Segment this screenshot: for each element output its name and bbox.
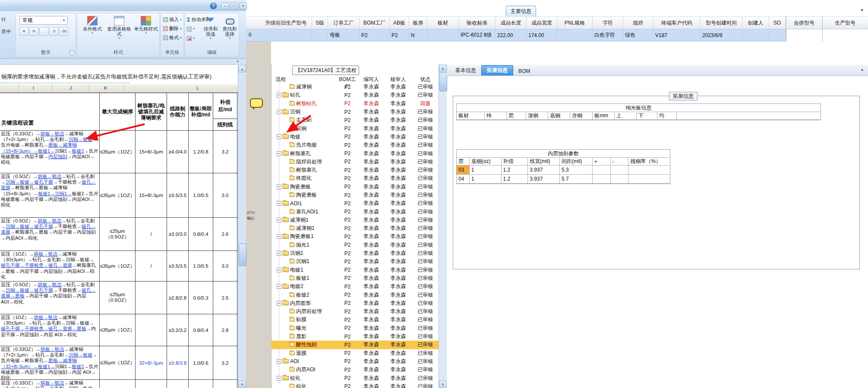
flow-cell[interactable]: 层压（0.5OZ）→烘板→铣边→钻孔→去毛刺→沉铜→板镀→镀孔干膜→干膜检查→镀… <box>0 173 100 217</box>
number-format-button[interactable]: .0 <box>49 27 58 36</box>
process-table-row[interactable]: 层压（0.5OZ）→烘板→铣边→钻孔→去毛刺→沉铜→板镀→镀孔干膜→干膜检查→镀… <box>0 173 238 218</box>
cells-button[interactable]: 格式▾ <box>162 33 182 42</box>
compensation-cell[interactable]: 0.8/0.4 <box>189 218 213 250</box>
process-table-row[interactable]: 层压（0.33OZ）→烘板→铣边→减薄铜（7+2/-1μm）→钻孔→去毛刺→沉铜… <box>0 131 238 173</box>
max-copper-cell[interactable]: ≤35μm（1OZ） <box>100 314 136 346</box>
flow-cell[interactable]: 层压（0.33OZ）→烘板→铣边→减薄铜（7+2/-1μm）→钻孔→去毛刺→沉铜… <box>0 131 100 173</box>
capability-cell[interactable]: ≥3.5/3.5 <box>167 251 189 281</box>
tree-row[interactable]: 终固化P2李永森李永森已审核 <box>271 174 439 182</box>
etch-cell[interactable] <box>628 166 670 175</box>
number-format-button[interactable]: % <box>29 27 38 36</box>
tree-row[interactable]: 钻孔P2李永森李永森已审核 <box>271 91 439 99</box>
tree-row[interactable]: 内层图形P2李永森李永森已审核 <box>271 299 439 307</box>
cells-button[interactable]: 删除▾ <box>162 24 182 33</box>
capability-cell[interactable]: ≥3.8/3.8 <box>167 346 189 379</box>
tree-row[interactable]: 沉铜P2李永森李永森已审核 <box>271 108 439 116</box>
tree-row[interactable]: 电镀2P2李永森李永森已审核 <box>271 282 439 291</box>
grid-cell[interactable] <box>742 29 769 41</box>
after-compensation-cell[interactable]: 3.2 <box>213 346 237 379</box>
collapse-box-icon[interactable] <box>277 376 281 381</box>
grid-cell[interactable]: 174.00 <box>527 29 557 41</box>
compensation-cell[interactable]: 1.0/0.6 <box>189 346 213 379</box>
compensation-cell[interactable]: 0.6/0.3 <box>189 282 213 314</box>
etch-cell[interactable]: 03 <box>457 166 470 175</box>
after-compensation-cell[interactable]: 2.8 <box>213 314 237 346</box>
flow-cell[interactable]: 层压（1OZ）→烘板→铣边→减薄铜（30±3μm）→钻孔→去毛刺→沉铜→板镀→镀… <box>0 314 100 346</box>
number-format-button[interactable]: ¥ <box>19 27 28 36</box>
tree-row[interactable]: 陶瓷磨板P2李永森李永森已审核 <box>271 191 439 199</box>
grid-column-header[interactable]: 板材 <box>427 17 459 29</box>
grid-column-header[interactable]: BOM工厂 <box>360 17 390 29</box>
etch-row[interactable]: 0411.23.9375.7 <box>457 175 670 184</box>
resin-req-cell[interactable]: 32+8/-3μm <box>136 346 167 379</box>
flow-cell[interactable]: 层压（0.5OZ）→烘板→铣边→钻孔→去毛刺→沉铜→板镀→镀孔干膜→干膜检查→镀… <box>0 282 100 314</box>
capability-cell[interactable]: ≥4.0/4.0 <box>167 131 189 173</box>
tree-row[interactable]: 退膜P2李永森李永森已审核 <box>271 349 439 357</box>
grid-column-header[interactable]: 字符 <box>593 17 623 29</box>
tree-row[interactable]: 陶瓷磨板1P2李永森李永森已审核 <box>271 232 439 241</box>
restore-icon[interactable]: □ <box>230 3 238 9</box>
process-table-row[interactable]: 层压（1OZ）→烘板→铣边→减薄铜（30±3μm）→钻孔→去毛刺→沉铜→板镀→镀… <box>0 314 238 346</box>
collapse-box-icon[interactable] <box>277 301 281 306</box>
process-table-row[interactable]: 层压（0.33OZ）→烘板→铣边→减薄铜（7+2/-1μm）→钻孔→去毛刺→沉铜… <box>0 346 238 380</box>
tree-row[interactable]: 负片电镀P2李永森李永森已审核 <box>271 141 439 149</box>
scroll-up-icon[interactable]: ▲ <box>238 66 246 72</box>
collapse-box-icon[interactable] <box>277 185 281 189</box>
tree-row[interactable]: 树脂塞孔P2李永森李永森已审核 <box>271 149 439 157</box>
resin-req-cell[interactable]: / <box>136 251 167 281</box>
max-copper-cell[interactable]: ≤35μm（1OZ） <box>100 131 136 173</box>
scroll-down-icon[interactable]: ▼ <box>238 381 246 388</box>
resin-req-cell[interactable] <box>136 282 167 314</box>
tree-row[interactable]: 棕化P2李永森李永森已审核 <box>271 382 439 388</box>
capability-cell[interactable] <box>167 380 189 388</box>
tree-row[interactable]: 酸性蚀刻P2李永森李永森已审核 <box>271 341 439 349</box>
max-copper-cell[interactable]: ≤35μm（1OZ） <box>100 346 136 379</box>
etch-cell[interactable] <box>611 166 629 175</box>
grid-column-header[interactable]: 成品宽度 <box>527 17 557 29</box>
collapse-box-icon[interactable] <box>277 201 281 206</box>
tree-row[interactable]: 减薄铜1P2李永森李永森已审核 <box>271 224 439 232</box>
process-table-row[interactable]: 层压（0.5OZ）→烘板→铣边→钻孔→去毛刺→沉铜→板镀→镀孔干膜→干膜检查→镀… <box>0 282 238 314</box>
collapse-box-icon[interactable] <box>277 268 281 272</box>
grid-column-header[interactable]: 升级前旧生产型号 <box>260 17 312 29</box>
tree-row[interactable]: 树脂钻孔P2李永森李永森回退 <box>271 100 439 108</box>
sort-filter-button[interactable]: 排序和筛选▾ <box>202 14 220 50</box>
etch-cell[interactable] <box>593 175 611 184</box>
excel-scrollbar[interactable]: ▲ ▼ <box>238 66 246 388</box>
after-compensation-cell[interactable]: 3.0 <box>213 173 237 217</box>
tree-row[interactable]: 内层前处理P2李永森李永森已审核 <box>271 307 439 316</box>
after-compensation-cell[interactable]: 3.0 <box>213 251 237 281</box>
column-letter[interactable]: J <box>69 85 72 91</box>
collapse-box-icon[interactable] <box>277 151 281 156</box>
collapse-box-icon[interactable] <box>277 359 281 364</box>
capability-cell[interactable]: ≥3.5/3.5 <box>167 173 189 217</box>
collapse-box-icon[interactable] <box>277 218 281 222</box>
cells-button[interactable]: 插入▾ <box>162 15 182 24</box>
tree-row[interactable]: 陶瓷磨板P2李永森李永森已审核 <box>271 183 439 191</box>
process-table-row[interactable]: 层压（1OZ）→烘板→铣边→减薄铜（30±3μm）→钻孔→去毛刺→沉铜→板镀→镀… <box>0 251 238 282</box>
chevron-down-icon[interactable]: ▼ <box>860 8 864 13</box>
help-icon[interactable]: ? <box>210 3 217 9</box>
grid-column-header[interactable]: 订单工厂 <box>328 17 360 29</box>
close-icon[interactable]: × <box>240 3 247 9</box>
etch-cell[interactable]: 3.937 <box>528 175 560 184</box>
resin-req-cell[interactable]: 15+8/-3μm <box>136 173 167 217</box>
after-compensation-cell[interactable]: 2.6 <box>213 218 237 250</box>
grid-column-header[interactable]: AB板 <box>390 17 409 29</box>
grid-cell[interactable] <box>427 29 459 41</box>
grid-cell[interactable]: 母板 <box>328 29 360 41</box>
resin-req-cell[interactable]: / <box>136 218 167 250</box>
tab-基本信息[interactable]: 基本信息 <box>450 66 481 75</box>
grid-cell[interactable] <box>769 29 786 41</box>
tree-row[interactable]: AOI1P2李永森李永森已审核 <box>271 199 439 207</box>
tree-row[interactable]: 内层AOIP2李永森李永森已审核 <box>271 366 439 374</box>
resin-req-cell[interactable] <box>136 380 167 388</box>
styles-button[interactable]: 套用表格格式▾ <box>106 14 133 50</box>
etch-cell[interactable]: 5.7 <box>560 175 593 184</box>
tree-row[interactable]: 沉铜P2李永森李永森已审核 <box>271 124 439 132</box>
number-format-dropdown[interactable]: 常规▼ <box>19 16 68 25</box>
flow-cell[interactable]: 层压（0.5OZ）→烘板→铣边→钻孔→去毛刺→沉铜→板镀→镀孔干膜→干膜检查→镀… <box>0 218 100 250</box>
etch-cell[interactable]: 1 <box>470 175 502 184</box>
tree-row[interactable]: 塞孔AOI1P2李永森李永森已审核 <box>271 207 439 216</box>
tree-row[interactable]: 显影P2李永森李永森已审核 <box>271 332 439 341</box>
